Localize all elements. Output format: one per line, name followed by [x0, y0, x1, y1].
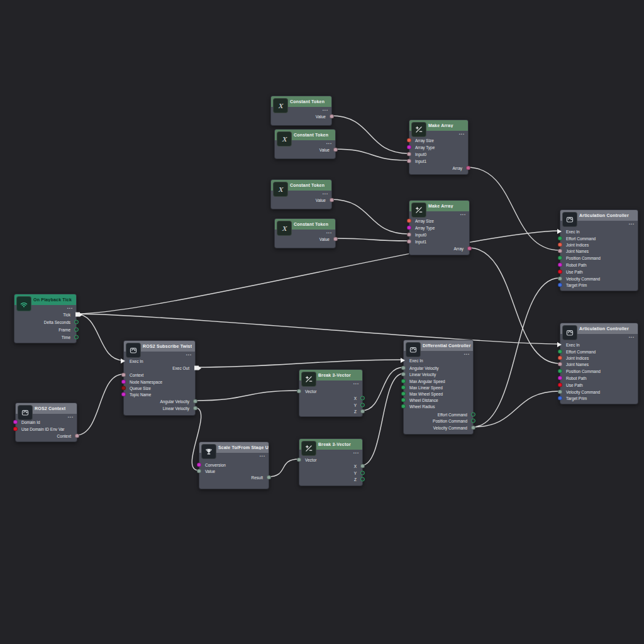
port-dot[interactable]	[558, 236, 562, 241]
port-value[interactable]: Value	[316, 197, 331, 203]
port-effort-command[interactable]: Effort Command	[560, 235, 596, 242]
port-z[interactable]: Z	[354, 476, 362, 482]
node-options-dots[interactable]: •••	[460, 212, 466, 217]
port-dot[interactable]	[360, 471, 365, 475]
port-dot[interactable]	[193, 406, 197, 411]
node-options-dots[interactable]: •••	[353, 450, 359, 455]
port-dot[interactable]	[74, 335, 79, 340]
node-options-dots[interactable]: •••	[629, 221, 635, 226]
node-options-dots[interactable]: •••	[260, 453, 265, 458]
port-dot[interactable]	[401, 379, 406, 384]
port-max-linear-speed[interactable]: Max Linear Speed	[404, 384, 443, 391]
node-options-dots[interactable]: •••	[67, 306, 73, 311]
port-dot[interactable]	[407, 233, 411, 237]
port-wheel-distance[interactable]: Wheel Distance	[404, 397, 438, 403]
port-max-wheel-speed[interactable]: Max Wheel Speed	[404, 391, 443, 397]
port-dot[interactable]	[558, 362, 562, 367]
port-value[interactable]: Value	[199, 468, 215, 474]
port-exec-in[interactable]: Exec In	[404, 357, 423, 364]
port-topic-name[interactable]: Topic Name	[124, 391, 151, 397]
port-dot[interactable]	[297, 458, 301, 462]
port-dot[interactable]	[360, 396, 365, 401]
port-exec-in[interactable]: Exec In	[560, 341, 580, 348]
port-exec-in[interactable]: Exec In	[560, 228, 580, 235]
port-joint-names[interactable]: Joint Names	[560, 248, 589, 254]
port-dot[interactable]	[297, 389, 301, 394]
port-dot[interactable]	[471, 426, 475, 430]
port-dot[interactable]	[401, 404, 406, 409]
node-differential-controller-dc[interactable]: Differential Controller•••Exec InAngular…	[403, 340, 474, 435]
port-dot[interactable]	[401, 398, 406, 402]
port-dot[interactable]	[558, 243, 562, 247]
port-queue-size[interactable]: Queue Size	[124, 385, 151, 391]
port-dot[interactable]	[360, 409, 365, 414]
port-array-size[interactable]: Array Size	[409, 137, 434, 143]
port-dot[interactable]	[121, 380, 126, 384]
node-graph-canvas[interactable]: Constant TokenX•••ValueConstant TokenX••…	[0, 0, 644, 644]
port-array-type[interactable]: Array Type	[409, 144, 435, 150]
node-options-dots[interactable]: •••	[323, 191, 328, 196]
port-velocity-command[interactable]: Velocity Command	[433, 425, 473, 431]
port-dot[interactable]	[471, 419, 475, 423]
port-linear-velocity[interactable]: Linear Velocity	[163, 405, 195, 411]
port-dot[interactable]	[74, 320, 79, 325]
node-constant-token-ct3[interactable]: Constant TokenX•••Value	[270, 179, 332, 209]
port-dot[interactable]	[471, 413, 475, 417]
node-options-dots[interactable]: •••	[353, 381, 359, 386]
port-dot[interactable]	[558, 350, 562, 354]
port-dot[interactable]	[121, 358, 125, 364]
node-articulation-controller-ac2[interactable]: Articulation Controller•••Exec InEffort …	[560, 323, 638, 404]
node-constant-token-ct1[interactable]: Constant TokenX•••Value	[270, 96, 332, 126]
port-dot[interactable]	[407, 145, 411, 150]
port-velocity-command[interactable]: Velocity Command	[560, 389, 600, 395]
node-options-dots[interactable]: •••	[186, 352, 192, 357]
port-dot[interactable]	[75, 313, 80, 317]
port-angular-velocity[interactable]: Angular Velocity	[404, 365, 439, 371]
port-dot[interactable]	[558, 263, 562, 267]
port-joint-names[interactable]: Joint Names	[560, 361, 589, 367]
port-x[interactable]: X	[354, 463, 362, 469]
port-dot[interactable]	[360, 477, 365, 482]
port-robot-path[interactable]: Robot Path	[560, 375, 587, 381]
port-z[interactable]: Z	[354, 408, 362, 414]
port-position-command[interactable]: Position Command	[560, 255, 601, 261]
port-input1[interactable]: Input1	[409, 158, 426, 164]
port-use-path[interactable]: Use Path	[560, 382, 583, 388]
node-ros2-subscribe-twist-sub[interactable]: ROS2 Subscribe Twist•••Exec InExec OutCo…	[123, 340, 196, 416]
port-dot[interactable]	[333, 148, 338, 152]
port-dot[interactable]	[558, 283, 562, 287]
port-angular-velocity[interactable]: Angular Velocity	[160, 398, 195, 404]
port-conversion[interactable]: Conversion	[199, 462, 226, 468]
node-options-dots[interactable]: •••	[326, 230, 332, 235]
port-tick[interactable]: Tick	[63, 311, 76, 318]
port-dot[interactable]	[75, 434, 79, 438]
port-dot[interactable]	[558, 356, 562, 360]
port-value[interactable]: Value	[316, 113, 331, 119]
node-options-dots[interactable]: •••	[629, 335, 635, 340]
port-exec-out[interactable]: Exec Out	[172, 365, 195, 371]
port-dot[interactable]	[407, 138, 411, 143]
port-dot[interactable]	[558, 270, 562, 274]
port-target-prim[interactable]: Target Prim	[560, 282, 587, 288]
port-node-namespace[interactable]: Node Namespace	[124, 379, 162, 385]
port-dot[interactable]	[121, 392, 126, 397]
node-options-dots[interactable]: •••	[326, 141, 332, 146]
node-scale-to-from-stage-units-scale[interactable]: Scale To/From Stage Units•••ConversionVa…	[199, 441, 269, 489]
port-velocity-command[interactable]: Velocity Command	[560, 275, 600, 282]
port-max-angular-speed[interactable]: Max Angular Speed	[404, 378, 445, 384]
port-frame[interactable]: Frame	[58, 326, 76, 333]
node-options-dots[interactable]: •••	[459, 131, 465, 136]
node-options-dots[interactable]: •••	[323, 108, 328, 113]
port-dot[interactable]	[13, 427, 18, 431]
node-articulation-controller-ac1[interactable]: Articulation Controller•••Exec InEffort …	[560, 209, 638, 291]
port-dot[interactable]	[193, 399, 197, 404]
port-dot[interactable]	[121, 373, 126, 377]
port-dot[interactable]	[121, 386, 126, 391]
port-effort-command[interactable]: Effort Command	[560, 348, 596, 355]
port-dot[interactable]	[558, 396, 562, 401]
port-position-command[interactable]: Position Command	[560, 368, 601, 374]
port-dot[interactable]	[401, 366, 406, 370]
port-input1[interactable]: Input1	[409, 238, 426, 245]
port-input0[interactable]: Input0	[409, 151, 426, 157]
port-dot[interactable]	[467, 247, 472, 251]
